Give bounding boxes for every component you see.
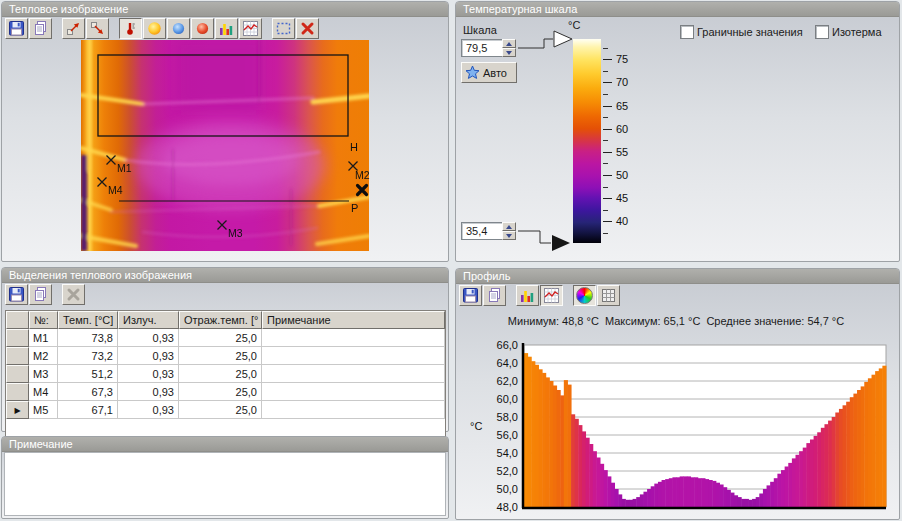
thermometer-button[interactable] bbox=[119, 18, 142, 39]
profile-bar bbox=[618, 494, 622, 507]
cell-note[interactable] bbox=[262, 329, 445, 347]
profile-bar bbox=[723, 487, 727, 507]
thermal-image-canvas[interactable]: HPM1M2M3M4 bbox=[81, 40, 369, 251]
row-selector[interactable] bbox=[6, 365, 29, 383]
bar-view-button[interactable] bbox=[516, 285, 539, 306]
lower-limit-input[interactable]: 35,4 bbox=[461, 222, 505, 240]
table-view-button[interactable] bbox=[597, 285, 620, 306]
copy-button[interactable] bbox=[483, 285, 506, 306]
yellow-marker-button[interactable] bbox=[143, 18, 166, 39]
copy-button[interactable] bbox=[29, 284, 52, 305]
cell-note[interactable] bbox=[262, 347, 445, 365]
delete-mark-icon[interactable] bbox=[358, 186, 367, 195]
profile-bar bbox=[553, 386, 557, 508]
cell-id[interactable]: M3 bbox=[29, 365, 58, 383]
row-selector[interactable] bbox=[6, 329, 29, 347]
upper-limit-input[interactable]: 79,5 bbox=[461, 39, 505, 57]
arrow-down-icon bbox=[506, 51, 512, 55]
cell-refl-temp[interactable]: 25,0 bbox=[179, 383, 262, 401]
column-header-1[interactable]: Темп. [°C] bbox=[58, 311, 118, 329]
region-rect[interactable] bbox=[98, 55, 348, 136]
save-button[interactable] bbox=[5, 284, 28, 305]
colorbar-major-tick bbox=[603, 82, 612, 83]
delete-button[interactable] bbox=[296, 18, 319, 39]
cell-id[interactable]: M4 bbox=[29, 383, 58, 401]
cell-temp[interactable]: 51,2 bbox=[58, 365, 118, 383]
cell-temp[interactable]: 67,3 bbox=[58, 383, 118, 401]
profile-bar bbox=[701, 478, 705, 507]
line-view-button[interactable] bbox=[540, 285, 563, 306]
row-selector[interactable]: ▶ bbox=[6, 401, 29, 419]
colorbar-minor-tick bbox=[603, 94, 608, 95]
spin-down-button[interactable] bbox=[502, 48, 516, 57]
cell-emissivity[interactable]: 0,93 bbox=[118, 383, 179, 401]
min-unit: °C bbox=[587, 315, 599, 327]
column-header-2[interactable]: Излуч. bbox=[118, 311, 179, 329]
spin-up-button[interactable] bbox=[502, 39, 516, 48]
cell-refl-temp[interactable]: 25,0 bbox=[179, 329, 262, 347]
isotherm-checkbox[interactable] bbox=[815, 25, 829, 39]
profile-bar bbox=[785, 467, 789, 508]
upper-limit-handle[interactable] bbox=[554, 31, 572, 47]
thermal-toolbar bbox=[5, 18, 320, 39]
profile-toolbar bbox=[459, 285, 621, 306]
column-header-3[interactable]: Отраж.темп. [° bbox=[179, 311, 262, 329]
cell-temp[interactable]: 67,1 bbox=[58, 401, 118, 419]
cell-note[interactable] bbox=[262, 383, 445, 401]
thermal-annotations-overlay[interactable]: HPM1M2M3M4 bbox=[81, 40, 369, 251]
reduce-icon bbox=[90, 21, 105, 36]
y-tick-label: 60,0 bbox=[497, 393, 518, 405]
save-button[interactable] bbox=[459, 285, 482, 306]
cell-emissivity[interactable]: 0,93 bbox=[118, 329, 179, 347]
limit-values-checkbox[interactable] bbox=[680, 25, 694, 39]
spin-up-button[interactable] bbox=[502, 222, 516, 231]
colorbar-minor-tick bbox=[603, 48, 608, 49]
auto-button[interactable]: Авто bbox=[461, 62, 517, 83]
color-display-button[interactable] bbox=[573, 285, 596, 306]
column-header-0[interactable]: №: bbox=[29, 311, 58, 329]
cell-refl-temp[interactable]: 25,0 bbox=[179, 401, 262, 419]
isotherm-label: Изотерма bbox=[832, 26, 882, 38]
column-header-4[interactable]: Примечание bbox=[262, 311, 445, 329]
cell-id[interactable]: M5 bbox=[29, 401, 58, 419]
spin-down-button[interactable] bbox=[502, 231, 516, 240]
profile-bar bbox=[604, 470, 608, 507]
enlarge-button[interactable] bbox=[62, 18, 85, 39]
min-value: 48,8 bbox=[562, 315, 583, 327]
chart-button[interactable] bbox=[239, 18, 262, 39]
profile-bar bbox=[835, 413, 839, 508]
row-selector[interactable] bbox=[6, 383, 29, 401]
cell-refl-temp[interactable]: 25,0 bbox=[179, 347, 262, 365]
cell-temp[interactable]: 73,2 bbox=[58, 347, 118, 365]
selection-rect-icon bbox=[276, 21, 291, 36]
lower-limit-handle[interactable] bbox=[552, 235, 570, 251]
profile-panel-title: Профиль bbox=[456, 269, 899, 284]
cell-emissivity[interactable]: 0,93 bbox=[118, 401, 179, 419]
save-button[interactable] bbox=[5, 18, 28, 39]
note-panel-title: Примечание bbox=[2, 437, 448, 452]
reduce-button[interactable] bbox=[86, 18, 109, 39]
cell-note[interactable] bbox=[262, 365, 445, 383]
spot-marker-label: M3 bbox=[228, 227, 243, 239]
colorbar-minor-tick bbox=[603, 71, 608, 72]
profile-bar bbox=[716, 483, 720, 507]
cell-refl-temp[interactable]: 25,0 bbox=[179, 365, 262, 383]
spot-marker-cross[interactable] bbox=[107, 156, 116, 165]
histogram-button[interactable] bbox=[215, 18, 238, 39]
cell-id[interactable]: M1 bbox=[29, 329, 58, 347]
profile-bar bbox=[799, 451, 803, 507]
spot-marker-cross[interactable] bbox=[218, 221, 227, 230]
red-marker-button[interactable] bbox=[191, 18, 214, 39]
copy-button[interactable] bbox=[29, 18, 52, 39]
cell-emissivity[interactable]: 0,93 bbox=[118, 365, 179, 383]
cell-note[interactable] bbox=[262, 401, 445, 419]
cell-emissivity[interactable]: 0,93 bbox=[118, 347, 179, 365]
row-selector[interactable] bbox=[6, 347, 29, 365]
note-textarea[interactable] bbox=[4, 452, 446, 516]
cell-temp[interactable]: 73,8 bbox=[58, 329, 118, 347]
blue-marker-button[interactable] bbox=[167, 18, 190, 39]
spot-marker-cross[interactable] bbox=[98, 178, 107, 187]
cell-id[interactable]: M2 bbox=[29, 347, 58, 365]
profile-bar bbox=[806, 443, 810, 507]
selection-rect-button[interactable] bbox=[272, 18, 295, 39]
